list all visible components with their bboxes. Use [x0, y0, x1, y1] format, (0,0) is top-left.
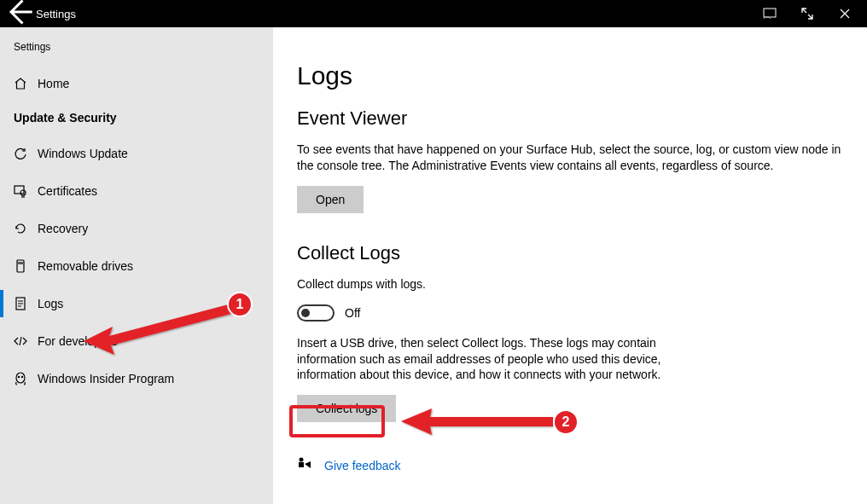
- sidebar-item-recovery[interactable]: Recovery: [0, 210, 273, 247]
- sidebar-item-label: Windows Insider Program: [38, 372, 174, 385]
- maximize-button[interactable]: [788, 8, 826, 20]
- sidebar-item-label: Recovery: [38, 222, 88, 235]
- event-viewer-heading: Event Viewer: [297, 107, 843, 130]
- svg-point-5: [16, 373, 25, 383]
- sidebar-item-label: Logs: [38, 297, 63, 310]
- svg-rect-0: [764, 9, 776, 17]
- toggle-state-label: Off: [345, 306, 360, 320]
- svg-point-7: [21, 376, 22, 377]
- close-button[interactable]: [826, 9, 864, 19]
- sidebar-item-developers[interactable]: For developers: [0, 322, 273, 360]
- sidebar: Settings Home Update & Security Windows …: [0, 27, 273, 504]
- developer-icon: [14, 334, 38, 348]
- event-viewer-desc: To see events that have happened on your…: [297, 142, 843, 174]
- logs-icon: [14, 297, 38, 310]
- collect-logs-desc: Insert a USB drive, then select Collect …: [297, 335, 664, 384]
- sidebar-item-label: Certificates: [38, 184, 97, 198]
- sidebar-section-title: Update & Security: [0, 102, 273, 135]
- feedback-icon: [297, 456, 324, 475]
- back-button[interactable]: [3, 0, 34, 31]
- sidebar-item-removable-drives[interactable]: Removable drives: [0, 247, 273, 285]
- page-title: Logs: [297, 61, 843, 90]
- sidebar-item-certificates[interactable]: Certificates: [0, 172, 273, 210]
- collect-dumps-toggle[interactable]: [297, 304, 335, 322]
- certificate-icon: [14, 184, 38, 198]
- sync-icon: [14, 147, 38, 160]
- open-button[interactable]: Open: [297, 186, 364, 213]
- svg-point-2: [20, 190, 26, 195]
- sidebar-item-windows-update[interactable]: Windows Update: [0, 135, 273, 172]
- titlebar: Settings: [0, 0, 867, 27]
- collect-logs-button[interactable]: Collect logs: [297, 395, 396, 422]
- recovery-icon: [14, 222, 38, 235]
- drive-icon: [14, 259, 38, 273]
- collect-logs-heading: Collect Logs: [297, 242, 843, 264]
- sidebar-home-label: Home: [38, 77, 69, 90]
- sidebar-item-label: Removable drives: [38, 259, 133, 273]
- insider-icon: [14, 372, 38, 385]
- window-title: Settings: [36, 8, 751, 20]
- collect-dumps-label: Collect dumps with logs.: [297, 276, 843, 293]
- sidebar-item-label: For developers: [38, 334, 117, 348]
- sidebar-home[interactable]: Home: [0, 65, 273, 102]
- sidebar-item-insider[interactable]: Windows Insider Program: [0, 360, 273, 397]
- cast-icon[interactable]: [751, 8, 788, 20]
- svg-rect-9: [299, 462, 304, 467]
- main-content: Logs Event Viewer To see events that hav…: [273, 27, 867, 504]
- breadcrumb: Settings: [0, 38, 273, 65]
- svg-point-8: [300, 458, 304, 462]
- sidebar-item-logs[interactable]: Logs: [0, 285, 273, 322]
- sidebar-item-label: Windows Update: [38, 147, 128, 160]
- feedback-link[interactable]: Give feedback: [324, 459, 401, 472]
- home-icon: [14, 77, 38, 90]
- svg-point-6: [18, 376, 19, 377]
